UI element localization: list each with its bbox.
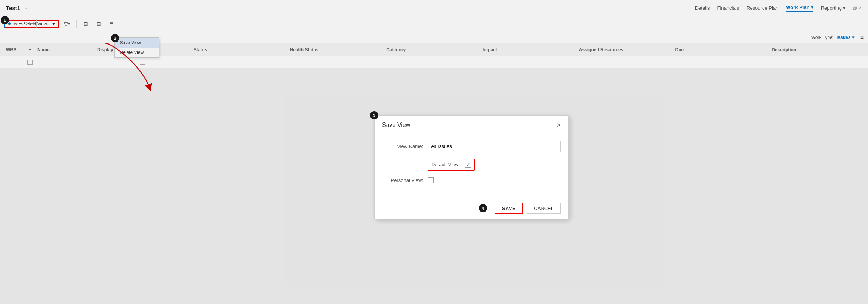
modal-overlay: 3 Save View × View Name: spacer Default … <box>0 0 868 68</box>
